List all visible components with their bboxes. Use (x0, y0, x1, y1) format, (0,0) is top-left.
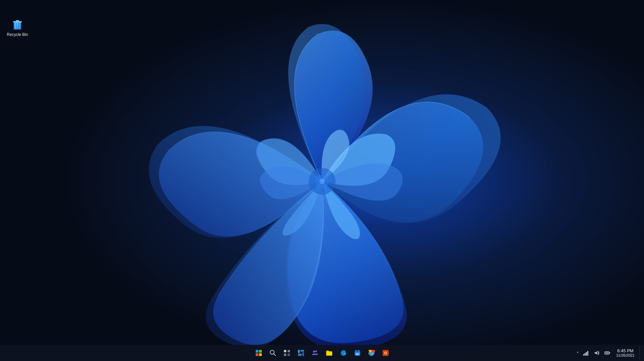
svg-point-25 (315, 351, 317, 352)
svg-line-15 (274, 354, 276, 356)
svg-text:26: 26 (356, 353, 359, 355)
svg-rect-18 (284, 354, 286, 356)
svg-rect-17 (288, 350, 290, 352)
desktop: Recycle Bin (0, 0, 644, 361)
tray-overflow-button[interactable]: ^ (576, 350, 580, 356)
search-button[interactable] (266, 346, 280, 360)
battery-icon-button[interactable] (603, 348, 612, 358)
svg-rect-36 (583, 354, 584, 356)
svg-rect-6 (16, 20, 19, 21)
svg-rect-19 (288, 354, 290, 356)
app-button[interactable]: O (379, 346, 392, 360)
teams-button[interactable] (308, 346, 322, 360)
start-button[interactable] (252, 346, 265, 360)
svg-rect-10 (256, 350, 258, 353)
calendar-button[interactable]: 26 (351, 346, 364, 360)
svg-rect-37 (585, 353, 586, 356)
svg-point-33 (370, 352, 373, 354)
svg-rect-38 (586, 352, 587, 356)
widgets-button[interactable] (294, 346, 308, 360)
svg-rect-13 (259, 353, 262, 356)
clock-button[interactable]: 6:45 PM 11/26/2021 (613, 347, 637, 359)
svg-rect-41 (605, 352, 608, 354)
taskbar-center-icons: 26 O (252, 346, 392, 360)
recycle-bin-icon (11, 17, 24, 31)
file-explorer-button[interactable] (323, 346, 336, 360)
clock-date: 11/26/2021 (616, 353, 635, 358)
svg-line-7 (15, 23, 16, 29)
svg-line-9 (19, 23, 19, 29)
svg-rect-28 (356, 350, 356, 351)
clock-time: 6:45 PM (617, 348, 633, 354)
svg-point-24 (313, 351, 315, 353)
svg-rect-42 (609, 352, 610, 354)
svg-rect-16 (284, 350, 286, 352)
svg-rect-22 (298, 354, 302, 356)
network-icon-button[interactable] (581, 348, 591, 358)
edge-button[interactable] (337, 346, 350, 360)
svg-rect-39 (587, 351, 588, 356)
svg-rect-27 (355, 351, 360, 352)
task-view-button[interactable] (280, 346, 294, 360)
recycle-bin-label: Recycle Bin (7, 32, 28, 38)
taskbar: 26 O ^ (0, 345, 644, 361)
svg-rect-11 (259, 350, 262, 353)
svg-rect-20 (298, 350, 300, 353)
volume-icon-button[interactable] (592, 348, 601, 358)
svg-rect-12 (256, 353, 258, 356)
taskbar-right: ^ 6 (576, 346, 644, 360)
svg-rect-29 (358, 350, 359, 351)
recycle-bin-desktop-icon[interactable]: Recycle Bin (5, 15, 30, 40)
show-desktop-button[interactable] (639, 346, 641, 360)
chrome-button[interactable] (365, 346, 378, 360)
svg-rect-23 (302, 352, 304, 356)
svg-text:O: O (384, 351, 387, 355)
svg-rect-21 (300, 350, 304, 352)
